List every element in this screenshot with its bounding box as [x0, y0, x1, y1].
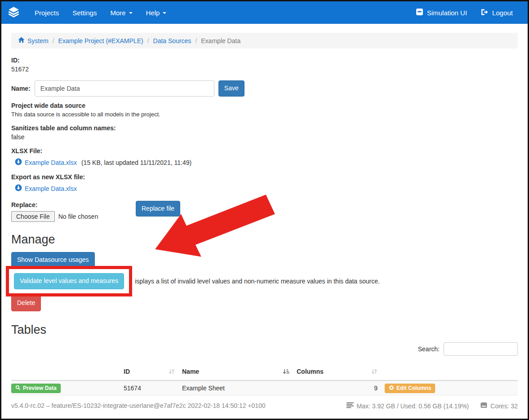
tables-heading: Tables: [11, 323, 518, 337]
search-input[interactable]: [444, 342, 518, 356]
replace-file-button[interactable]: Replace file: [136, 201, 180, 217]
logout-icon: [480, 9, 489, 17]
column-header-label: Name: [182, 368, 199, 375]
breadcrumb-item-data-sources[interactable]: Data Sources: [153, 37, 191, 44]
nav-label: Projects: [35, 9, 59, 17]
name-label: Name:: [11, 85, 31, 92]
id-value: 51672: [11, 66, 518, 73]
project-wide-title: Project wide data source: [11, 102, 518, 109]
validate-description: isplays a list of invalid level values a…: [135, 278, 380, 285]
choose-file-button[interactable]: Choose File: [11, 211, 55, 222]
breadcrumb-label: System: [27, 37, 49, 44]
breadcrumb-current: Example Data: [201, 37, 240, 44]
table-header-row: ID Name: [11, 364, 518, 380]
export-file-row: Example Data.xlsx: [15, 184, 518, 193]
column-header-edit: [381, 364, 518, 380]
version-text: v5.4.0-rc.02 – feature/ES-10232-integrat…: [11, 402, 266, 409]
cpu-icon: [480, 402, 487, 410]
nav-label: Settings: [72, 9, 97, 17]
manage-heading: Manage: [11, 233, 518, 247]
nav-item-settings[interactable]: Settings: [66, 1, 103, 24]
cores-text: Cores: 32: [490, 402, 518, 410]
sort-active-asc-icon: [283, 368, 289, 376]
cores-status: Cores: 32: [480, 402, 518, 410]
breadcrumb-label: Example Project (#EXAMPLE): [58, 37, 143, 44]
download-circle-icon: [15, 184, 22, 193]
preview-cell: Preview Data: [11, 380, 120, 396]
preview-data-button[interactable]: Preview Data: [11, 384, 61, 393]
export-download-link[interactable]: Example Data.xlsx: [15, 184, 77, 193]
export-label: Export as new XLSX file:: [11, 173, 518, 181]
sanitize-label: Sanitizes table and column names:: [11, 124, 518, 132]
caret-down-icon: [163, 12, 166, 14]
replace-section: Replace: Choose File No file chosen Repl…: [11, 195, 518, 223]
row-name-cell: Example Sheet: [178, 380, 293, 396]
xlsx-file-meta: (15 KB, last updated 11/11/2021, 11:49): [81, 159, 191, 166]
edit-cell: Edit Columns: [381, 380, 518, 396]
breadcrumb: System / Example Project (#EXAMPLE) / Da…: [11, 33, 518, 49]
column-header-label: ID: [124, 368, 130, 375]
manage-buttons: Show Datasource usages Validate level va…: [11, 252, 518, 311]
delete-button[interactable]: Delete: [11, 295, 41, 311]
validate-row: Validate level values and measures ispla…: [6, 266, 518, 296]
gear-icon: [389, 385, 394, 392]
nav-label: Help: [146, 9, 160, 17]
column-header-name[interactable]: Name: [178, 364, 293, 380]
home-icon: [18, 37, 25, 44]
project-wide-desc: This data source is accessible to all mo…: [11, 111, 518, 118]
name-row: Name: Save: [11, 80, 518, 97]
search-label: Search:: [418, 345, 440, 353]
search-row: Search:: [11, 342, 518, 356]
caret-down-icon: [129, 12, 133, 14]
memory-status: Max: 3.92 GB / Used: 0.56 GB (14.19%): [347, 402, 469, 410]
save-button[interactable]: Save: [218, 80, 244, 97]
layers-icon: [8, 6, 20, 19]
column-header-actions: [11, 364, 120, 380]
breadcrumb-separator: /: [143, 37, 153, 44]
edit-columns-button[interactable]: Edit Columns: [385, 384, 435, 393]
column-header-columns[interactable]: Columns: [293, 364, 381, 380]
navbar-right: Simulation UI Logout: [409, 1, 520, 24]
footer: v5.4.0-rc.02 – feature/ES-10232-integrat…: [11, 395, 518, 419]
memory-bars-icon: [347, 402, 354, 410]
export-link-label: Example Data.xlsx: [25, 185, 77, 192]
app-window-icon: [416, 8, 423, 17]
navbar: Projects Settings More Help Simulation U…: [1, 1, 528, 24]
validate-level-values-button[interactable]: Validate level values and measures: [14, 273, 124, 289]
brand-logo[interactable]: [8, 6, 20, 19]
edit-columns-label: Edit Columns: [396, 385, 431, 391]
app-window: Projects Settings More Help Simulation U…: [0, 0, 529, 420]
sanitize-value: false: [11, 133, 518, 141]
red-highlight-box: Validate level values and measures: [6, 266, 132, 296]
no-file-chosen-text: No file chosen: [58, 213, 98, 220]
xlsx-file-row: Example Data.xlsx (15 KB, last updated 1…: [15, 158, 518, 167]
main-content: ID: 51672 Name: Save Project wide data s…: [1, 57, 528, 396]
column-header-id[interactable]: ID: [120, 364, 178, 380]
memory-text: Max: 3.92 GB / Used: 0.56 GB (14.19%): [357, 402, 469, 410]
breadcrumb-separator: /: [49, 37, 58, 44]
nav-item-projects[interactable]: Projects: [28, 1, 66, 24]
id-label: ID:: [11, 57, 518, 64]
breadcrumb-item-system[interactable]: System: [18, 37, 49, 44]
file-input[interactable]: Choose File No file chosen: [11, 211, 132, 222]
nav-label: Simulation UI: [427, 9, 467, 17]
search-icon: [15, 385, 21, 392]
row-columns-cell: 9: [293, 380, 381, 396]
xlsx-link-label: Example Data.xlsx: [25, 159, 77, 166]
xlsx-download-link[interactable]: Example Data.xlsx: [15, 158, 77, 167]
table-row: Preview Data 51674 Example Sheet 9: [11, 380, 518, 396]
tables-table: ID Name: [11, 364, 518, 396]
sort-both-icon: [169, 368, 175, 376]
name-input[interactable]: [35, 80, 214, 97]
nav-item-more[interactable]: More: [103, 1, 139, 24]
breadcrumb-item-project[interactable]: Example Project (#EXAMPLE): [58, 37, 143, 44]
nav-item-logout[interactable]: Logout: [474, 1, 520, 24]
nav-item-simulation-ui[interactable]: Simulation UI: [409, 1, 474, 24]
nav-label: More: [110, 9, 125, 17]
sort-both-icon: [371, 368, 378, 376]
row-id-cell: 51674: [120, 380, 178, 396]
breadcrumb-label: Data Sources: [153, 37, 191, 44]
breadcrumb-separator: /: [191, 37, 201, 44]
nav-item-help[interactable]: Help: [139, 1, 173, 24]
xlsx-file-label: XLSX File:: [11, 147, 518, 155]
